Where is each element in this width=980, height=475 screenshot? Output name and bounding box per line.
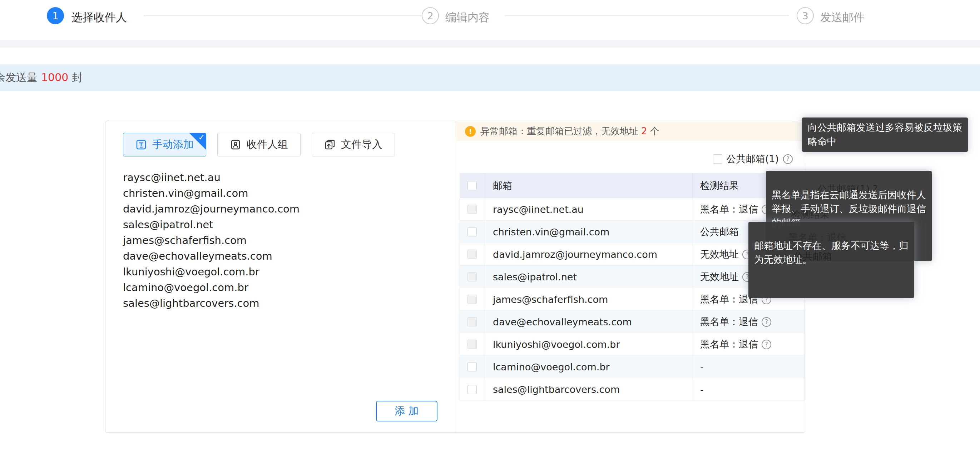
step-1-label: 选择收件人 [72,10,127,25]
quota-bar: 余发送量1000封 [0,64,980,91]
warning-icon: ! [465,126,476,137]
quota-prefix: 余发送量 [0,71,38,84]
row-email: lcamino@voegol.com.br [484,356,692,378]
tooltip-public-mailbox: 向公共邮箱发送过多容易被反垃圾策 略命中 [802,118,968,152]
check-icon: ✓ [198,133,205,142]
add-button[interactable]: 添 加 [376,401,438,421]
input-method-tabs: 手动添加 ✓ 收件人组 文件导入 [123,133,395,156]
table-row: dave@echovalleymeats.com黑名单：退信? [460,311,805,333]
select-all-checkbox[interactable] [468,181,477,191]
public-mailbox-filter: 公共邮箱(1) ? [713,151,793,167]
recipient-group-icon [230,139,241,150]
table-row: sales@lightbarcovers.com- [460,378,805,401]
row-email: sales@lightbarcovers.com [484,378,692,401]
public-mailbox-checkbox[interactable] [713,154,722,164]
send-mail-wizard-page: 1 选择收件人 2 编辑内容 3 发送邮件 余发送量1000封 手动添加 [0,0,980,475]
recipient-panel: 手动添加 ✓ 收件人组 文件导入 ray [105,121,805,433]
email-line: raysc@iinet.net.au [123,170,438,185]
warning-bar: ! 异常邮箱：重复邮箱已过滤，无效地址2个 [456,121,805,141]
row-email: dave@echovalleymeats.com [484,311,692,333]
manual-add-icon [135,139,147,150]
step-1-circle: 1 [47,7,64,24]
row-email: david.jamroz@journeymanco.com [484,243,692,265]
email-line: sales@ipatrol.net [123,217,438,232]
warning-message: 异常邮箱：重复邮箱已过滤，无效地址 [480,126,638,137]
row-result: 公共邮箱 [700,226,739,238]
table-header: 邮箱 检测结果 [460,173,805,198]
row-checkbox [468,272,477,281]
email-line: dave@echovalleymeats.com [123,248,438,264]
email-line: james@schaferfish.com [123,232,438,248]
tab-manual-add[interactable]: 手动添加 ✓ [123,133,206,156]
email-line: lcamino@voegol.com.br [123,280,438,295]
row-result: 无效地址 [700,248,739,261]
row-checkbox[interactable] [468,227,477,237]
row-result: 黑名单：退信 [700,338,758,351]
step-3-circle: 3 [797,7,814,24]
tooltip-invalid-address: 邮箱地址不存在、服务不可达等，归 为无效地址。 黑名单：退信 公共邮箱 [748,222,914,298]
help-icon[interactable]: ? [762,340,771,349]
warning-count: 2 [638,126,650,137]
row-result: 黑名单：退信 [700,203,758,216]
row-result: 黑名单：退信 [700,315,758,328]
tab-label: 手动添加 [152,138,194,152]
row-email: lkuniyoshi@voegol.com.br [484,333,692,355]
tab-label: 文件导入 [341,138,382,152]
step-2-label: 编辑内容 [445,10,490,25]
email-textarea[interactable]: raysc@iinet.net.auchristen.vin@gmail.com… [123,170,438,370]
row-checkbox [468,295,477,304]
tooltip-text: 邮箱地址不存在、服务不可达等，归 为无效地址。 [754,240,908,265]
file-import-icon [324,139,336,150]
warning-text: 异常邮箱：重复邮箱已过滤，无效地址2个 [480,125,659,138]
email-line: christen.vin@gmail.com [123,185,438,201]
email-line: sales@lightbarcovers.com [123,295,438,311]
tab-file-import[interactable]: 文件导入 [312,133,395,156]
row-email: james@schaferfish.com [484,288,692,310]
tab-label: 收件人组 [247,138,288,152]
stepper: 1 选择收件人 2 编辑内容 3 发送邮件 [0,0,980,39]
row-checkbox [468,317,477,326]
divider-strip [0,40,980,48]
row-result: - [700,384,704,395]
email-line: david.jamroz@journeymanco.com [123,201,438,217]
row-result: - [700,361,704,372]
panel-divider [455,121,455,432]
table-row: raysc@iinet.net.au黑名单：退信? [460,198,805,221]
step-3-label: 发送邮件 [820,10,865,25]
table-row: lcamino@voegol.com.br- [460,356,805,378]
step-2-circle: 2 [422,7,439,24]
row-checkbox [468,205,477,214]
row-checkbox [468,340,477,349]
quota-text: 余发送量1000封 [0,70,83,85]
column-header-email: 邮箱 [484,173,692,198]
tab-recipient-group[interactable]: 收件人组 [217,133,301,156]
row-checkbox[interactable] [468,362,477,372]
help-icon[interactable]: ? [762,317,771,327]
row-email: christen.vin@gmail.com [484,221,692,243]
email-line: lkuniyoshi@voegol.com.br [123,264,438,280]
table-row: lkuniyoshi@voegol.com.br黑名单：退信? [460,333,805,356]
warning-unit: 个 [650,126,659,137]
row-result: 无效地址 [700,270,739,283]
quota-suffix: 封 [72,71,83,84]
help-icon[interactable]: ? [783,154,793,164]
row-checkbox[interactable] [468,385,477,394]
public-mailbox-label[interactable]: 公共邮箱(1) [727,153,779,165]
step-connector [144,15,425,16]
row-email: sales@ipatrol.net [484,266,692,288]
row-checkbox [468,249,477,259]
row-email: raysc@iinet.net.au [484,198,692,220]
step-connector [505,15,789,16]
quota-amount: 1000 [38,71,72,84]
